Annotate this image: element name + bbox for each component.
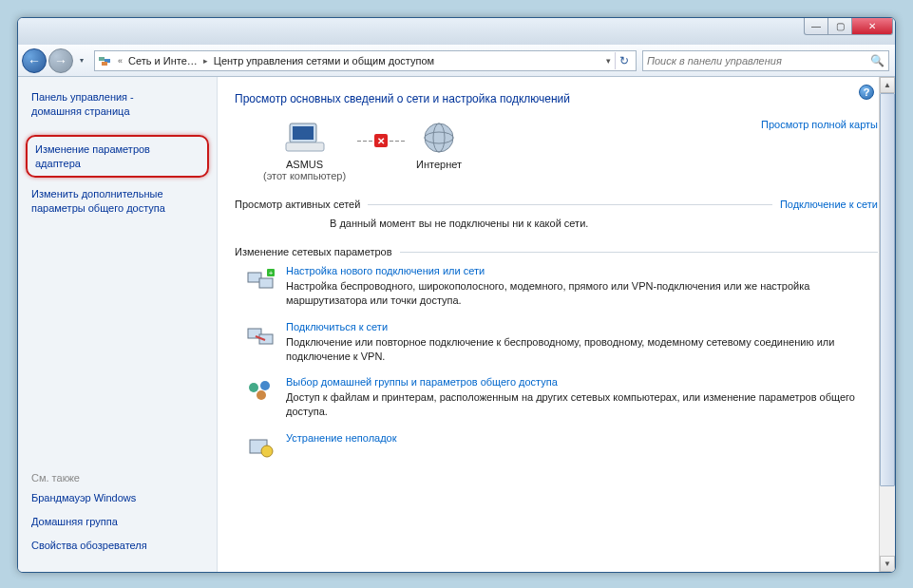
search-icon[interactable]: 🔍 (870, 54, 884, 67)
maximize-button[interactable]: ▢ (827, 18, 852, 35)
advanced-sharing-settings-link[interactable]: Изменить дополнительныепараметры общего … (31, 187, 207, 216)
location-icon (97, 53, 112, 68)
internet-node[interactable]: Интернет (416, 119, 462, 170)
titlebar: — ▢ ✕ (18, 18, 895, 45)
see-also-label: См. также (31, 472, 207, 484)
computer-name: ASMUS (263, 159, 346, 170)
search-input[interactable] (647, 55, 870, 66)
new-connection-icon: + (246, 265, 276, 295)
svg-rect-10 (259, 278, 273, 288)
breadcrumb-sharing-center[interactable]: Центр управления сетями и общим доступом (210, 55, 438, 66)
internet-label: Интернет (416, 159, 462, 170)
page-title: Просмотр основных сведений о сети и наст… (235, 92, 878, 105)
navigation-bar: ← → ▾ « Сеть и Инте… ▸ Центр управления … (18, 45, 895, 77)
computer-sub: (этот компьютер) (263, 170, 346, 181)
vertical-scrollbar[interactable]: ▲ ▼ (879, 77, 895, 572)
homegroup-icon (246, 376, 276, 407)
no-network-message: В данный момент вы не подключены ни к ка… (235, 218, 878, 229)
active-networks-section: Просмотр активных сетей Подключение к се… (235, 199, 878, 229)
svg-rect-5 (286, 142, 324, 151)
network-map: ASMUS (этот компьютер) ✕ Интернет Просмо… (263, 119, 878, 181)
troubleshoot-icon (246, 432, 276, 463)
back-button[interactable]: ← (22, 48, 47, 73)
internet-options-link[interactable]: Свойства обозревателя (31, 539, 207, 553)
connection-line: ✕ (357, 134, 405, 147)
task-new-connection-link[interactable]: Настройка нового подключения или сети (286, 265, 878, 276)
disconnected-icon: ✕ (374, 134, 388, 147)
change-settings-label: Изменение сетевых параметров (235, 246, 392, 257)
change-adapter-settings-link[interactable]: Изменение параметровадаптера (26, 135, 209, 179)
globe-icon (416, 119, 462, 157)
refresh-button[interactable]: ↻ (615, 52, 632, 69)
control-panel-home-link[interactable]: Панель управления -домашняя страница (31, 90, 207, 120)
windows-firewall-link[interactable]: Брандмауэр Windows (31, 491, 207, 505)
breadcrumb-sep-icon: ▸ (201, 56, 210, 66)
task-connect: Подключиться к сети Подключение или повт… (235, 321, 878, 364)
change-settings-section: Изменение сетевых параметров + Настройка… (235, 246, 878, 463)
sidebar: Панель управления -домашняя страница Изм… (18, 77, 218, 572)
breadcrumb-network[interactable]: Сеть и Инте… (124, 55, 201, 66)
task-troubleshoot-link[interactable]: Устранение неполадок (286, 432, 397, 444)
minimize-button[interactable]: — (804, 18, 828, 35)
svg-rect-2 (102, 62, 107, 66)
task-new-connection-desc: Настройка беспроводного, широкополосного… (286, 279, 878, 308)
task-list: + Настройка нового подключения или сети … (235, 265, 878, 463)
svg-rect-4 (293, 126, 314, 140)
task-homegroup: Выбор домашней группы и параметров общег… (235, 376, 878, 419)
see-full-map-link[interactable]: Просмотр полной карты (761, 119, 878, 130)
connect-icon (246, 321, 276, 351)
close-button[interactable]: ✕ (851, 18, 893, 35)
address-dropdown[interactable]: ▾ (606, 56, 611, 66)
content-area: Панель управления -домашняя страница Изм… (18, 77, 895, 572)
scroll-down-button[interactable]: ▼ (880, 556, 895, 572)
svg-point-16 (260, 381, 270, 390)
computer-icon (282, 119, 328, 157)
window-buttons: — ▢ ✕ (805, 18, 893, 35)
svg-text:+: + (269, 269, 274, 277)
task-troubleshoot: Устранение неполадок (235, 432, 878, 463)
svg-point-19 (261, 446, 273, 457)
svg-point-15 (249, 383, 258, 392)
search-box[interactable]: 🔍 (642, 50, 889, 71)
breadcrumb-chevrons[interactable]: « (116, 56, 124, 66)
scroll-track[interactable] (880, 93, 895, 556)
svg-point-6 (425, 123, 453, 152)
this-computer-node[interactable]: ASMUS (этот компьютер) (263, 119, 346, 181)
homegroup-link[interactable]: Домашняя группа (31, 515, 207, 529)
task-homegroup-desc: Доступ к файлам и принтерам, расположенн… (286, 390, 878, 419)
connect-to-network-link[interactable]: Подключение к сети (780, 199, 878, 210)
scroll-up-button[interactable]: ▲ (880, 77, 895, 93)
scroll-thumb[interactable] (880, 93, 895, 486)
address-bar[interactable]: « Сеть и Инте… ▸ Центр управления сетями… (94, 50, 637, 71)
forward-button[interactable]: → (48, 48, 73, 73)
svg-rect-0 (99, 57, 105, 61)
history-dropdown[interactable]: ▾ (75, 56, 88, 65)
control-panel-window: — ▢ ✕ ← → ▾ « Сеть и Инте… ▸ Центр управ… (17, 17, 896, 573)
task-new-connection: + Настройка нового подключения или сети … (235, 265, 878, 308)
help-icon[interactable]: ? (859, 85, 874, 100)
task-homegroup-link[interactable]: Выбор домашней группы и параметров общег… (286, 376, 878, 388)
main-panel: ? Просмотр основных сведений о сети и на… (218, 77, 895, 572)
svg-point-17 (257, 390, 266, 400)
active-networks-label: Просмотр активных сетей (235, 199, 360, 210)
task-connect-desc: Подключение или повторное подключение к … (286, 335, 878, 364)
task-connect-link[interactable]: Подключиться к сети (286, 321, 878, 332)
